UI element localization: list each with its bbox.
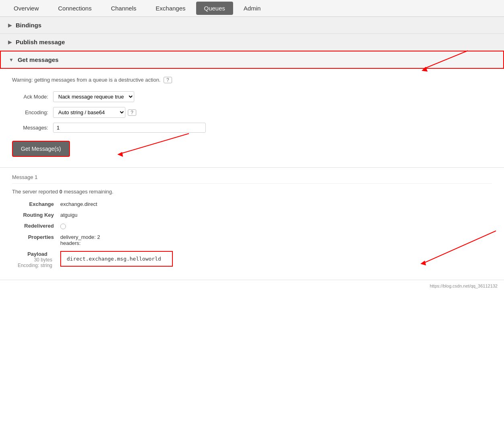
encoding-label: Encoding: — [12, 109, 48, 115]
nav-queues[interactable]: Queues — [196, 2, 234, 15]
messages-label: Messages: — [12, 125, 48, 131]
footer-url: https://blog.csdn.net/qq_36112132 — [430, 284, 498, 288]
redelivered-row: Redelivered — [12, 223, 492, 229]
nav-admin[interactable]: Admin — [234, 0, 270, 16]
get-messages-button[interactable]: Get Message(s) — [12, 141, 70, 157]
bindings-section-label: Bindings — [16, 22, 41, 29]
warning-help-button[interactable]: ? — [164, 77, 172, 83]
nav-channels[interactable]: Channels — [101, 0, 146, 16]
properties-value: delivery_mode: 2 headers: — [60, 234, 100, 246]
footer: https://blog.csdn.net/qq_36112132 — [0, 280, 504, 292]
nav-overview[interactable]: Overview — [4, 0, 49, 16]
payload-label-group: Payload 30 bytes Encoding: string — [12, 251, 60, 268]
nav-exchanges[interactable]: Exchanges — [146, 0, 195, 16]
exchange-label: Exchange — [12, 201, 60, 207]
payload-label: Payload — [27, 251, 54, 257]
top-navigation: Overview Connections Channels Exchanges … — [0, 0, 504, 17]
svg-marker-3 — [117, 152, 123, 157]
get-messages-form-body: Warning: getting messages from a queue i… — [0, 69, 504, 168]
redelivered-radio-icon — [60, 224, 66, 229]
message-result-section: Message 1 The server reported 0 messages… — [0, 168, 504, 280]
exchange-value: exchange.direct — [60, 201, 97, 207]
messages-row: Messages: — [12, 123, 492, 133]
get-messages-arrow-icon: ▼ — [9, 57, 14, 63]
svg-marker-5 — [420, 261, 426, 265]
payload-row: Payload 30 bytes Encoding: string direct… — [12, 251, 492, 268]
svg-line-2 — [121, 134, 189, 154]
button-annotation-arrow-svg — [109, 130, 197, 166]
remaining-prefix: The server reported — [12, 189, 59, 195]
properties-label: Properties — [12, 234, 60, 240]
warning-message: Warning: getting messages from a queue i… — [12, 77, 160, 83]
message-title: Message 1 — [12, 174, 492, 184]
payload-bytes: 30 bytes — [34, 257, 52, 263]
nav-connections[interactable]: Connections — [49, 0, 101, 16]
publish-message-arrow-icon: ▶ — [8, 39, 12, 45]
exchange-row: Exchange exchange.direct — [12, 201, 492, 207]
get-messages-section-label: Get messages — [18, 56, 59, 63]
properties-row: Properties delivery_mode: 2 headers: — [12, 234, 492, 246]
get-messages-section: ▼ Get messages Warning: getting messages… — [0, 51, 504, 168]
ack-mode-select[interactable]: Nack message requeue true Ack message re… — [53, 91, 134, 102]
payload-box: direct.exchange.msg.helloworld — [60, 251, 173, 267]
ack-mode-row: Ack Mode: Nack message requeue true Ack … — [12, 91, 492, 102]
bindings-arrow-icon: ▶ — [8, 23, 12, 28]
get-messages-button-container: Get Message(s) — [12, 138, 70, 159]
arrow-annotation-button — [109, 130, 197, 167]
messages-input[interactable] — [53, 123, 206, 133]
routing-key-row: Routing Key atguigu — [12, 212, 492, 218]
encoding-select[interactable]: Auto string / base64 base64 — [53, 107, 125, 118]
publish-message-section-label: Publish message — [16, 39, 65, 45]
properties-headers: headers: — [60, 240, 100, 246]
remaining-count: 0 — [59, 189, 62, 195]
remaining-suffix: messages remaining. — [62, 189, 113, 195]
payload-value-container: direct.exchange.msg.helloworld — [60, 251, 173, 267]
remaining-text: The server reported 0 messages remaining… — [12, 189, 492, 195]
properties-delivery-mode: delivery_mode: 2 — [60, 234, 100, 240]
message-detail-table: Exchange exchange.direct Routing Key atg… — [12, 201, 492, 268]
publish-message-section-header[interactable]: ▶ Publish message — [0, 34, 504, 51]
bindings-section-header[interactable]: ▶ Bindings — [0, 17, 504, 34]
encoding-row: Encoding: Auto string / base64 base64 ? — [12, 107, 492, 118]
redelivered-label: Redelivered — [12, 223, 60, 229]
ack-mode-label: Ack Mode: — [12, 94, 48, 100]
encoding-help-button[interactable]: ? — [128, 109, 136, 116]
get-messages-section-header[interactable]: ▼ Get messages — [0, 51, 504, 69]
redelivered-value — [60, 223, 66, 229]
warning-text: Warning: getting messages from a queue i… — [12, 77, 492, 83]
routing-key-value: atguigu — [60, 212, 78, 218]
payload-encoding: Encoding: string — [18, 263, 52, 268]
routing-key-label: Routing Key — [12, 212, 60, 218]
main-content: ▶ Bindings ▶ Publish message ▼ Get messa… — [0, 17, 504, 280]
